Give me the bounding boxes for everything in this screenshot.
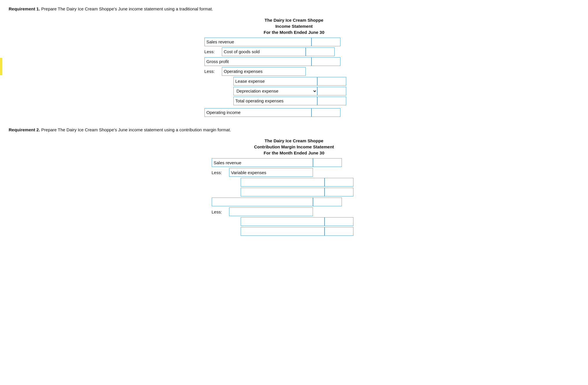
- cm-fixed-expenses-input[interactable]: [229, 207, 313, 216]
- cm-fixed-item1-input[interactable]: [241, 217, 325, 226]
- gross-profit-amount[interactable]: [311, 57, 340, 66]
- yellow-tab: [0, 58, 2, 75]
- total-opex-amount[interactable]: [317, 97, 346, 105]
- cm-less2-label: Less:: [212, 209, 229, 214]
- cm-fixed-expenses-label-row: Less:: [212, 207, 377, 216]
- cm-var-item1-row: [241, 178, 377, 187]
- cm-contribution-margin-row: [212, 198, 377, 206]
- cm-var-item2-amount[interactable]: [325, 188, 353, 196]
- cm-less1-label: Less:: [212, 170, 229, 175]
- req2-company: The Dairy Ice Cream Shoppe: [265, 138, 323, 143]
- cm-sales-revenue-row: [212, 158, 377, 167]
- req1-period: For the Month Ended June 30: [263, 30, 324, 35]
- req1-statement-title: Income Statement: [275, 24, 313, 29]
- cm-sales-revenue-input[interactable]: [212, 158, 313, 167]
- cm-contribution-margin-input[interactable]: [212, 198, 313, 206]
- req2-period: For the Month Ended June 30: [263, 150, 324, 155]
- cm-variable-expenses-label-row: Less:: [212, 168, 377, 177]
- sales-revenue-amount[interactable]: [311, 38, 340, 46]
- req2-statement: The Dairy Ice Cream Shoppe Contribution …: [9, 138, 579, 237]
- req1-company: The Dairy Ice Cream Shoppe: [265, 18, 323, 23]
- cm-fixed-item1-row: [241, 217, 377, 226]
- operating-income-row: [204, 108, 384, 117]
- less1-label: Less:: [204, 49, 222, 54]
- cm-fixed-item1-amount[interactable]: [325, 217, 353, 226]
- depreciation-expense-select[interactable]: Depreciation expense: [233, 87, 317, 95]
- req2-table: Less: Less:: [212, 158, 377, 237]
- req2-statement-title: Contribution Margin Income Statement: [254, 144, 334, 149]
- sales-revenue-input[interactable]: [204, 38, 311, 46]
- operating-income-input[interactable]: [204, 108, 311, 117]
- cm-sales-revenue-amount[interactable]: [313, 158, 342, 167]
- req1-statement: The Dairy Ice Cream Shoppe Income Statem…: [9, 18, 579, 118]
- cm-fixed-item2-amount[interactable]: [325, 227, 353, 236]
- req1-table: Less: Less: Depreciation expense: [204, 38, 384, 118]
- cm-var-item1-input[interactable]: [241, 178, 325, 187]
- requirement2-text: Requirement 2. Prepare The Dairy Ice Cre…: [9, 127, 579, 133]
- cm-contribution-margin-amount[interactable]: [313, 198, 342, 206]
- req1-bold: Requirement 1.: [9, 6, 40, 11]
- gross-profit-input[interactable]: [204, 57, 311, 66]
- depreciation-expense-amount[interactable]: [317, 87, 346, 95]
- depreciation-expense-row: Depreciation expense: [233, 87, 384, 95]
- lease-expense-amount[interactable]: [317, 77, 346, 86]
- cogs-input[interactable]: [222, 47, 306, 56]
- less2-label: Less:: [204, 69, 222, 74]
- sales-revenue-row: [204, 38, 384, 46]
- lease-expense-input[interactable]: [233, 77, 317, 86]
- cm-variable-expenses-input[interactable]: [229, 168, 313, 177]
- cm-fixed-item2-row: [241, 227, 377, 236]
- cm-var-item2-row: [241, 188, 377, 196]
- gross-profit-row: [204, 57, 384, 66]
- operating-expenses-row: Less:: [204, 67, 384, 76]
- requirement1-text: Requirement 1. Prepare The Dairy Ice Cre…: [9, 6, 579, 12]
- cm-var-item2-input[interactable]: [241, 188, 325, 196]
- req1-desc: Prepare The Dairy Ice Cream Shoppe's Jun…: [40, 6, 213, 11]
- cogs-row: Less:: [204, 47, 384, 56]
- cm-var-item1-amount[interactable]: [325, 178, 353, 187]
- cogs-amount[interactable]: [306, 47, 335, 56]
- operating-income-amount[interactable]: [311, 108, 340, 117]
- lease-expense-row: [233, 77, 384, 86]
- total-opex-input[interactable]: [233, 97, 317, 105]
- operating-expenses-input[interactable]: [222, 67, 306, 76]
- total-operating-expenses-row: [233, 97, 384, 105]
- req2-desc: Prepare The Dairy Ice Cream Shoppe's Jun…: [40, 127, 231, 132]
- req2-bold: Requirement 2.: [9, 127, 40, 132]
- cm-fixed-item2-input[interactable]: [241, 227, 325, 236]
